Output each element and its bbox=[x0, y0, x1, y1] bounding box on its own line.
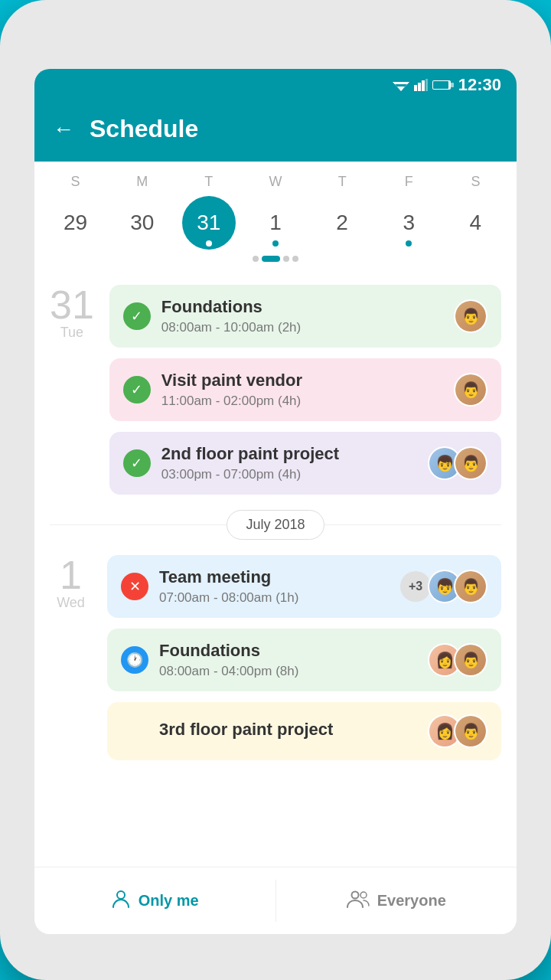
day-3[interactable]: 3 bbox=[382, 196, 435, 250]
date-num-31: 31 bbox=[50, 285, 94, 325]
event-avatars-2: 👨 bbox=[454, 373, 487, 407]
event-time-2: 11:00am - 02:00pm (4h) bbox=[161, 394, 443, 409]
event-title-3rd: 3rd floor paint project bbox=[159, 720, 417, 740]
phone-screen: 12:30 ← Schedule S M T W T F S 29 30 31 bbox=[34, 69, 517, 934]
event-avatars-meeting: +3 👦 👨 bbox=[400, 570, 487, 603]
event-avatars-3rd: 👩 👨 bbox=[428, 714, 487, 748]
event-time-meeting: 07:00am - 08:00am (1h) bbox=[159, 590, 390, 606]
status-bar: 12:30 bbox=[34, 69, 517, 101]
avatar-man-3rd: 👨 bbox=[454, 714, 487, 748]
bottom-nav: Only me Everyone bbox=[34, 867, 517, 934]
signal-icon bbox=[414, 79, 428, 91]
svg-rect-3 bbox=[414, 85, 417, 91]
event-time-1: 08:00am - 10:00am (2h) bbox=[161, 320, 443, 335]
events-list-1: ✕ Team meeting 07:00am - 08:00am (1h) +3… bbox=[107, 555, 501, 760]
svg-rect-9 bbox=[433, 81, 448, 89]
event-info-meeting: Team meeting 07:00am - 08:00am (1h) bbox=[159, 567, 390, 606]
event-title-meeting: Team meeting bbox=[159, 567, 390, 587]
svg-rect-5 bbox=[422, 80, 425, 91]
day-numbers: 29 30 31 1 2 3 4 bbox=[42, 196, 509, 250]
date-day-1: Wed bbox=[57, 595, 85, 611]
spacer-icon bbox=[121, 717, 148, 745]
svg-rect-8 bbox=[451, 83, 454, 87]
avatar-man-3: 👨 bbox=[454, 446, 487, 480]
x-icon-meeting: ✕ bbox=[121, 573, 148, 600]
day-30[interactable]: 30 bbox=[116, 196, 169, 250]
svg-point-10 bbox=[117, 891, 125, 899]
svg-point-11 bbox=[351, 891, 358, 898]
nav-only-me[interactable]: Only me bbox=[34, 867, 276, 934]
avatar-man-m: 👨 bbox=[454, 570, 487, 603]
only-me-label: Only me bbox=[139, 892, 199, 910]
avatar-man-f: 👨 bbox=[454, 643, 487, 677]
event-title-2: Visit paint vendor bbox=[161, 371, 443, 390]
day-4[interactable]: 4 bbox=[448, 196, 502, 250]
day-label-f: F bbox=[382, 174, 435, 190]
check-icon-3: ✓ bbox=[123, 449, 151, 477]
day-label-t1: T bbox=[182, 174, 236, 190]
avatar-man-2: 👨 bbox=[454, 373, 487, 407]
day-labels: S M T W T F S bbox=[42, 174, 509, 190]
event-3rd-floor[interactable]: 3rd floor paint project 👩 👨 bbox=[107, 702, 501, 760]
day-1[interactable]: 1 bbox=[249, 196, 302, 250]
day-29[interactable]: 29 bbox=[49, 196, 103, 250]
event-info-2: Visit paint vendor 11:00am - 02:00pm (4h… bbox=[161, 371, 443, 409]
event-title-3: 2nd floor paint project bbox=[161, 444, 417, 464]
event-info-3rd: 3rd floor paint project bbox=[159, 720, 417, 743]
event-foundations-1[interactable]: ✓ Foundations 08:00am - 10:00am (2h) 👨 bbox=[109, 285, 501, 348]
event-avatars-3: 👦 👨 bbox=[428, 446, 487, 480]
day-label-s: S bbox=[49, 174, 103, 190]
day-31-selected[interactable]: 31 bbox=[182, 196, 236, 250]
date-day-31: Tue bbox=[60, 325, 83, 341]
event-info-foundations-j: Foundations 08:00am - 04:00pm (8h) bbox=[159, 641, 417, 679]
svg-rect-6 bbox=[425, 79, 428, 91]
phone-frame: 12:30 ← Schedule S M T W T F S 29 30 31 bbox=[0, 0, 551, 980]
date-section-1: 1 Wed ✕ Team meeting 07:00am - 08:00am (… bbox=[50, 555, 501, 760]
event-info-3: 2nd floor paint project 03:00pm - 07:00p… bbox=[161, 444, 417, 482]
day-label-m: M bbox=[116, 174, 169, 190]
check-icon-2: ✓ bbox=[123, 376, 151, 403]
date-section-31: 31 Tue ✓ Foundations 08:00am - 10:00am (… bbox=[50, 285, 501, 495]
event-title-foundations-j: Foundations bbox=[159, 641, 417, 661]
person-icon bbox=[111, 889, 131, 913]
check-icon-1: ✓ bbox=[123, 302, 151, 330]
date-num-1: 1 bbox=[60, 555, 82, 595]
group-icon bbox=[347, 889, 370, 913]
event-team-meeting[interactable]: ✕ Team meeting 07:00am - 08:00am (1h) +3… bbox=[107, 555, 501, 618]
event-time-3: 03:00pm - 07:00pm (4h) bbox=[161, 467, 417, 482]
month-badge: July 2018 bbox=[227, 510, 324, 540]
day-2[interactable]: 2 bbox=[315, 196, 369, 250]
day-label-s2: S bbox=[448, 174, 502, 190]
status-icons: 12:30 bbox=[393, 75, 501, 95]
indicator-1 bbox=[253, 256, 259, 262]
events-list-31: ✓ Foundations 08:00am - 10:00am (2h) 👨 bbox=[109, 285, 501, 495]
page-title: Schedule bbox=[90, 115, 198, 143]
day-label-w: W bbox=[249, 174, 302, 190]
event-avatars-1: 👨 bbox=[454, 299, 487, 333]
svg-marker-2 bbox=[397, 87, 405, 91]
nav-everyone[interactable]: Everyone bbox=[276, 867, 517, 934]
event-title-1: Foundations bbox=[161, 297, 443, 317]
event-time-foundations-j: 08:00am - 04:00pm (8h) bbox=[159, 664, 417, 679]
event-foundations-july[interactable]: 🕐 Foundations 08:00am - 04:00pm (8h) 👩 👨 bbox=[107, 629, 501, 691]
calendar-indicator bbox=[42, 256, 509, 262]
wifi-icon bbox=[393, 79, 409, 91]
back-button[interactable]: ← bbox=[53, 117, 74, 142]
app-header: ← Schedule bbox=[34, 101, 517, 162]
schedule-content: 31 Tue ✓ Foundations 08:00am - 10:00am (… bbox=[34, 270, 517, 867]
event-info-1: Foundations 08:00am - 10:00am (2h) bbox=[161, 297, 443, 335]
month-divider: July 2018 bbox=[50, 510, 501, 540]
avatar-man-1: 👨 bbox=[454, 299, 487, 333]
svg-rect-4 bbox=[418, 83, 421, 91]
battery-icon bbox=[432, 80, 454, 90]
event-paint-vendor[interactable]: ✓ Visit paint vendor 11:00am - 02:00pm (… bbox=[109, 358, 501, 421]
day-label-t2: T bbox=[315, 174, 369, 190]
indicator-2 bbox=[262, 256, 280, 262]
clock-icon-foundations: 🕐 bbox=[121, 646, 148, 674]
event-avatars-foundations-j: 👩 👨 bbox=[428, 643, 487, 677]
event-2nd-floor[interactable]: ✓ 2nd floor paint project 03:00pm - 07:0… bbox=[109, 432, 501, 495]
status-time: 12:30 bbox=[458, 75, 501, 95]
calendar-strip: S M T W T F S 29 30 31 1 2 3 4 bbox=[34, 162, 517, 270]
date-number-31: 31 Tue bbox=[50, 285, 94, 495]
svg-point-12 bbox=[360, 892, 367, 898]
